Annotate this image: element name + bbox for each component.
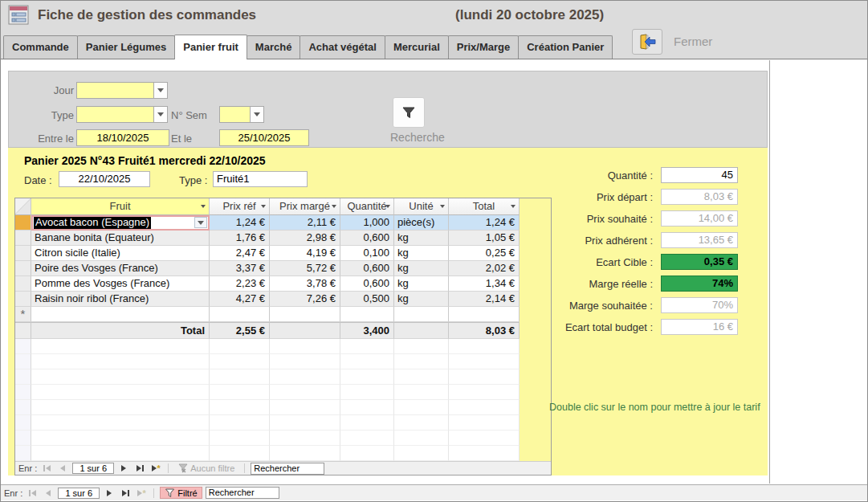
type-dropdown-button[interactable] bbox=[153, 107, 167, 122]
jour-dropdown-button[interactable] bbox=[153, 83, 167, 98]
last-record-button[interactable] bbox=[133, 463, 146, 474]
panier-date-field[interactable]: 22/10/2025 bbox=[59, 171, 150, 187]
tab-prix-marge[interactable]: Prix/Marge bbox=[448, 35, 519, 59]
unite-cell[interactable]: kg bbox=[394, 231, 449, 246]
search-records-input[interactable]: Rechercher bbox=[206, 487, 279, 499]
total-cell[interactable]: 1,05 € bbox=[449, 231, 520, 246]
fruit-cell[interactable]: Poire des Vosges (France) bbox=[31, 261, 210, 276]
column-header-fruit[interactable]: Fruit bbox=[31, 198, 210, 215]
sort-filter-icon[interactable] bbox=[332, 205, 336, 208]
prix-ref-cell[interactable]: 1,24 € bbox=[210, 215, 270, 231]
total-cell[interactable]: 2,14 € bbox=[449, 292, 520, 307]
total-cell[interactable]: 1,24 € bbox=[449, 215, 520, 231]
tab-commande[interactable]: Commande bbox=[3, 35, 78, 59]
tab-marche[interactable]: Marché bbox=[247, 35, 301, 59]
tab-panier-fruit[interactable]: Panier fruit bbox=[174, 35, 247, 59]
prix-marge-cell[interactable]: 5,72 € bbox=[270, 261, 340, 276]
record-position-box[interactable]: 1 sur 6 bbox=[58, 488, 100, 499]
empty-cell[interactable] bbox=[449, 307, 520, 322]
unite-cell[interactable]: kg bbox=[394, 246, 449, 261]
quantite-cell[interactable]: 1,000 bbox=[340, 215, 394, 231]
unite-cell[interactable]: kg bbox=[394, 292, 449, 307]
previous-record-button[interactable] bbox=[42, 488, 55, 498]
sort-filter-icon[interactable] bbox=[201, 205, 206, 208]
tab-creation-panier[interactable]: Création Panier bbox=[518, 35, 613, 59]
quantite-cell[interactable]: 0,100 bbox=[340, 246, 394, 261]
quantite-cell[interactable]: 0,600 bbox=[340, 261, 394, 276]
current-row-selector[interactable] bbox=[15, 215, 31, 231]
next-record-button[interactable] bbox=[117, 463, 130, 474]
new-record-row-selector[interactable] bbox=[15, 307, 31, 322]
prix-marge-cell[interactable]: 2,11 € bbox=[270, 215, 340, 231]
fruit-cell[interactable]: Banane bonita (Equateur) bbox=[31, 231, 210, 246]
unite-cell[interactable]: kg bbox=[394, 276, 449, 292]
prix-marge-cell[interactable]: 3,78 € bbox=[270, 276, 340, 292]
last-record-button[interactable] bbox=[119, 488, 132, 498]
next-record-button[interactable] bbox=[103, 488, 116, 498]
date-fin-field[interactable]: 25/10/2025 bbox=[219, 129, 309, 146]
empty-cell[interactable] bbox=[210, 307, 270, 322]
tab-mercurial[interactable]: Mercurial bbox=[385, 35, 449, 59]
num-sem-combobox[interactable] bbox=[219, 106, 264, 123]
quantite-field[interactable]: 45 bbox=[661, 167, 738, 183]
row-selector[interactable] bbox=[15, 231, 31, 246]
prix-ref-cell[interactable]: 3,37 € bbox=[210, 261, 270, 276]
prix-ref-cell[interactable]: 1,76 € bbox=[210, 231, 270, 246]
empty-cell[interactable] bbox=[394, 307, 449, 322]
panier-type-field[interactable]: Fruité1 bbox=[213, 171, 308, 187]
type-combobox[interactable] bbox=[76, 106, 168, 123]
tab-achat-vegetal[interactable]: Achat végétal bbox=[300, 35, 385, 59]
quantite-cell[interactable]: 0,600 bbox=[340, 231, 394, 246]
no-filter-indicator[interactable]: Aucun filtre bbox=[174, 463, 238, 475]
column-header-prix-ref[interactable]: Prix réf bbox=[210, 198, 270, 215]
unite-cell[interactable]: pièce(s) bbox=[394, 215, 449, 231]
close-form-button[interactable] bbox=[632, 29, 662, 55]
prix-ref-cell[interactable]: 2,23 € bbox=[210, 276, 270, 292]
sort-filter-icon[interactable] bbox=[511, 205, 516, 208]
fruit-cell[interactable]: Citron sicile (Italie) bbox=[31, 246, 210, 261]
first-record-button[interactable] bbox=[26, 488, 39, 498]
column-header-total[interactable]: Total bbox=[449, 198, 520, 215]
jour-combobox[interactable] bbox=[76, 82, 168, 99]
empty-cell[interactable] bbox=[270, 307, 340, 322]
date-debut-field[interactable]: 18/10/2025 bbox=[76, 129, 169, 146]
column-header-quantite[interactable]: Quantité bbox=[340, 198, 394, 215]
total-cell[interactable]: 1,34 € bbox=[449, 276, 520, 292]
column-header-unite[interactable]: Unité bbox=[394, 198, 449, 215]
empty-cell[interactable] bbox=[340, 307, 394, 322]
row-selector[interactable] bbox=[15, 246, 31, 261]
sort-filter-icon[interactable] bbox=[440, 205, 445, 208]
row-selector[interactable] bbox=[15, 292, 31, 307]
sort-filter-icon[interactable] bbox=[385, 205, 390, 208]
tab-panier-legumes[interactable]: Panier Légumes bbox=[77, 35, 175, 59]
column-header-prix-marge[interactable]: Prix margé bbox=[270, 198, 340, 215]
search-records-input[interactable]: Rechercher bbox=[251, 463, 324, 475]
prix-marge-cell[interactable]: 7,26 € bbox=[270, 292, 340, 307]
first-record-button[interactable] bbox=[40, 463, 53, 474]
quantite-cell[interactable]: 0,500 bbox=[340, 292, 394, 307]
unite-cell[interactable]: kg bbox=[394, 261, 449, 276]
total-cell[interactable]: 2,02 € bbox=[449, 261, 520, 276]
total-cell[interactable]: 0,25 € bbox=[449, 246, 520, 261]
prix-ref-cell[interactable]: 2,47 € bbox=[210, 246, 270, 261]
fruit-cell[interactable]: Pomme des Vosges (France) bbox=[31, 276, 210, 292]
record-position-box[interactable]: 1 sur 6 bbox=[72, 463, 114, 474]
recherche-button[interactable] bbox=[393, 97, 425, 128]
quantite-cell[interactable]: 0,600 bbox=[340, 276, 394, 292]
fruit-cell-empty[interactable] bbox=[31, 307, 210, 322]
row-selector[interactable] bbox=[15, 276, 31, 292]
row-selector[interactable] bbox=[15, 261, 31, 276]
previous-record-button[interactable] bbox=[56, 463, 69, 474]
sem-dropdown-button[interactable] bbox=[250, 107, 263, 122]
new-record-button[interactable]: * bbox=[135, 488, 148, 498]
filtered-indicator[interactable]: Filtré bbox=[160, 487, 202, 499]
prix-marge-cell[interactable]: 2,98 € bbox=[270, 231, 340, 246]
prix-ref-cell[interactable]: 4,27 € bbox=[210, 292, 270, 307]
fruit-cell-editing[interactable]: Avocat bacon (Espagne) bbox=[31, 215, 210, 231]
fruit-dropdown-button[interactable] bbox=[194, 217, 207, 228]
new-record-button[interactable]: * bbox=[149, 463, 162, 474]
fruit-cell[interactable]: Raisin noir ribol (France) bbox=[31, 292, 210, 307]
prix-marge-cell[interactable]: 4,19 € bbox=[270, 246, 340, 261]
select-all-corner[interactable] bbox=[15, 198, 31, 215]
sort-filter-icon[interactable] bbox=[261, 205, 266, 208]
